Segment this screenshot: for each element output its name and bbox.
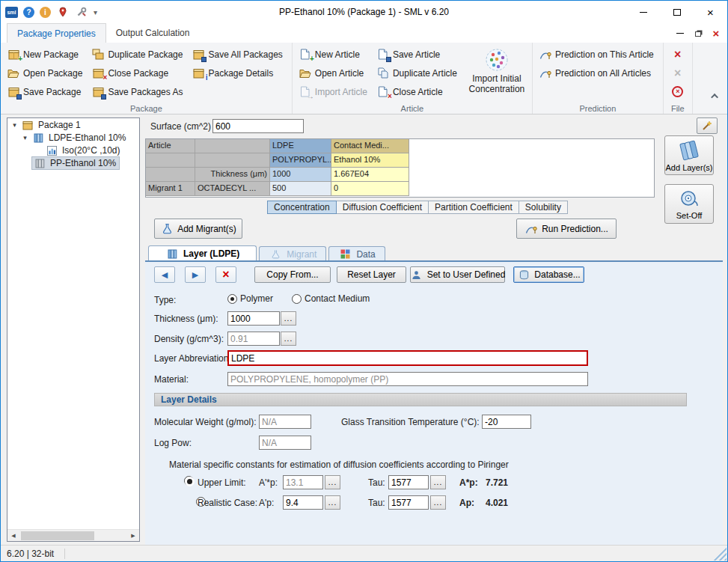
file-close-icon[interactable]: × [674,49,681,61]
duplicate-article-button[interactable]: Duplicate Article [375,66,462,81]
scrollbar-track[interactable] [19,530,127,542]
grid-layer-name-cell[interactable]: LDPE [270,139,331,153]
realistic-tau-input[interactable] [388,495,429,510]
tab-diffusion-coefficient[interactable]: Diffusion Coefficient [336,201,429,214]
material-input[interactable] [227,372,588,386]
surface-input[interactable] [212,119,304,133]
save-packages-as-button[interactable]: Save Packages As [90,85,187,100]
molecular-weight-input[interactable] [259,415,311,429]
upper-tau-input[interactable] [388,475,429,489]
tree-item-package-1[interactable]: ▾ Package 1 [7,118,139,131]
realistic-ap-browse-button[interactable]: ... [325,495,340,510]
realistic-ap-input[interactable] [283,495,323,510]
density-input[interactable] [227,332,280,346]
upper-ap-browse-button[interactable]: ... [325,475,340,489]
next-layer-button[interactable]: ▶ [185,266,206,283]
open-article-button[interactable]: Open Article [297,66,372,81]
save-package-button[interactable]: Save Package [5,85,87,100]
realistic-tau-browse-button[interactable]: ... [430,495,446,510]
run-prediction-button[interactable]: Run Prediction... [516,219,617,239]
close-button[interactable]: × [694,1,727,23]
import-initial-concentration-label: Import Initial Concentration [466,74,527,95]
tree-expand-icon[interactable]: ▾ [10,121,19,129]
upper-result-value: 7.721 [486,477,508,488]
tab-output-calculation[interactable]: Output Calculation [106,23,200,43]
save-all-packages-button[interactable]: Save All Packages [190,47,287,62]
polymer-radio[interactable]: Polymer [227,293,273,304]
upper-limit-radio-circle[interactable] [185,477,195,486]
app-logo[interactable]: sml [5,7,18,18]
prediction-this-article-button[interactable]: Prediction on This Article [537,47,658,62]
previous-layer-button[interactable]: ◀ [154,266,175,283]
mdi-close-button[interactable]: × [711,28,721,38]
thickness-browse-button[interactable]: ... [281,311,296,326]
new-package-button[interactable]: + New Package [5,47,87,62]
grid-contact-material-cell[interactable]: Ethanol 10% [331,153,409,168]
grid-layer-concentration-cell[interactable]: 500 [270,182,331,196]
duplicate-package-button[interactable]: Duplicate Package [90,47,187,62]
open-package-button[interactable]: Open Package [5,66,87,81]
ribbon-collapse-button[interactable] [709,90,721,102]
grid-contact-volume-cell[interactable]: 1.667E04 [331,168,409,182]
density-browse-button[interactable]: ... [281,332,296,346]
resize-grip[interactable] [713,547,727,561]
tab-layer-ldpe[interactable]: Layer (LDPE) [148,245,257,261]
mdi-minimize-button[interactable] [675,28,685,38]
mdi-restore-button[interactable] [693,28,703,38]
contact-medium-radio-circle[interactable] [292,294,302,304]
add-layers-button[interactable]: Add Layer(s) [664,135,714,175]
tab-data[interactable]: Data [328,246,385,261]
prediction-all-articles-button[interactable]: Prediction on All Articles [537,66,658,81]
grid-layer-material-cell[interactable]: POLYPROPYL... [270,153,331,168]
tab-migrant[interactable]: Migrant [259,246,326,261]
copy-from-button[interactable]: Copy From... [254,266,331,283]
help-icon[interactable]: ? [23,7,34,18]
ribbon-tab-row: Package Properties Output Calculation × [1,23,727,43]
quick-access-dropdown-icon[interactable]: ▾ [94,8,97,16]
delete-layer-button[interactable]: × [215,266,236,283]
minimize-button[interactable] [626,1,660,23]
tree-item-pp-article[interactable]: PP-Ethanol 10% [7,156,139,169]
upper-tau-browse-button[interactable]: ... [430,475,446,489]
pin-icon[interactable] [56,6,70,18]
tab-package-properties[interactable]: Package Properties [7,23,106,43]
reset-layer-button[interactable]: Reset Layer [337,266,406,283]
tools-icon[interactable] [75,6,88,18]
package-details-button[interactable]: i Package Details [190,66,287,81]
glass-transition-input[interactable] [482,415,531,429]
tab-concentration[interactable]: Concentration [267,201,337,214]
scroll-left-icon[interactable]: ◀ [7,530,19,542]
tree-horizontal-scrollbar[interactable]: ◀ ▶ [7,529,139,541]
file-cancel-icon[interactable]: × [672,86,683,97]
import-initial-concentration-button[interactable]: Import Initial Concentration [466,45,527,103]
scroll-right-icon[interactable]: ▶ [127,530,139,542]
tree-item-iso-condition[interactable]: Iso(20°C ,10d) [7,144,139,156]
grid-contact-name-cell[interactable]: Contact Medi... [331,139,409,153]
maximize-button[interactable] [660,1,694,23]
thickness-input[interactable] [227,311,280,326]
new-article-button[interactable]: + New Article [297,47,372,62]
polymer-radio-circle[interactable] [227,294,237,304]
save-article-button[interactable]: Save Article [375,47,462,62]
log-pow-input[interactable] [259,436,311,450]
tab-solubility[interactable]: Solubility [519,201,568,214]
wand-button[interactable] [697,117,718,134]
layer-abbreviation-input[interactable] [227,350,588,366]
set-off-button[interactable]: Set-Off [664,184,714,224]
tree-selection[interactable]: PP-Ethanol 10% [31,156,120,170]
grid-layer-thickness-cell[interactable]: 1000 [270,168,331,182]
set-to-user-defined-button[interactable]: Set to User Defined [410,266,505,283]
upper-ap-input[interactable] [283,475,323,489]
grid-contact-concentration-cell[interactable]: 0 [331,182,409,196]
add-migrants-button[interactable]: Add Migrant(s) [154,219,242,239]
info-icon[interactable]: i [40,7,51,18]
grid-migrant-name-cell[interactable]: OCTADECYL ... [195,182,270,196]
tree-expand-icon[interactable]: ▾ [21,134,29,141]
close-article-button[interactable]: × Close Article [375,85,462,100]
tree-item-ldpe-article[interactable]: ▾ LDPE-Ethanol 10% [7,131,139,144]
database-button[interactable]: Database... [513,266,584,283]
close-package-button[interactable]: × Close Package [90,66,187,81]
contact-medium-radio[interactable]: Contact Medium [292,293,370,304]
scrollbar-thumb[interactable] [21,531,94,540]
tab-partition-coefficient[interactable]: Partition Coefficient [428,201,519,214]
